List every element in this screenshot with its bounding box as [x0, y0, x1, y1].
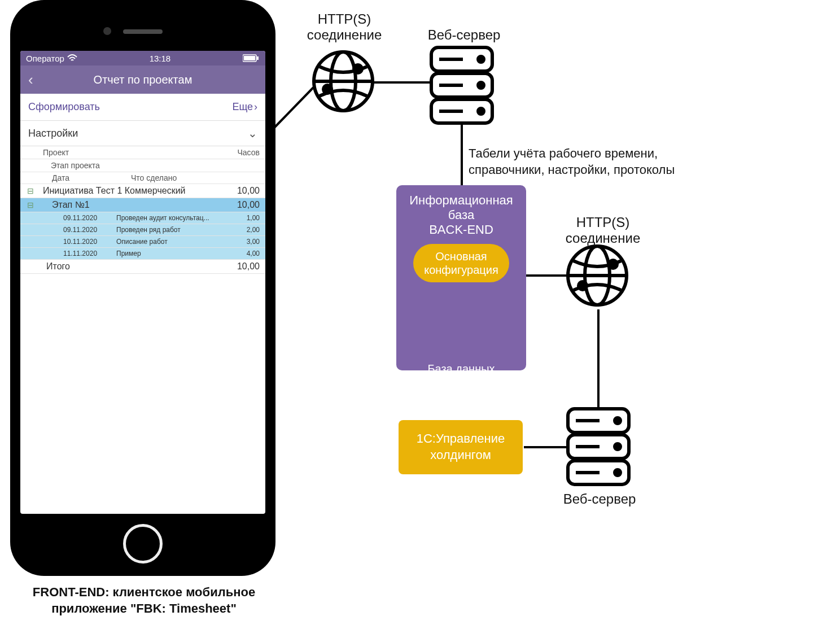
- svg-rect-27: [568, 435, 629, 458]
- svg-rect-36: [244, 56, 255, 60]
- table-row[interactable]: 09.11.2020Проведен ряд работ2,00: [20, 224, 265, 236]
- svg-point-21: [568, 246, 627, 305]
- back-icon[interactable]: ‹: [28, 71, 33, 89]
- table-row[interactable]: 10.11.2020Описание работ3,00: [20, 236, 265, 248]
- table-row[interactable]: ⊟ Этап №1 10,00: [20, 198, 265, 212]
- nav-header: ‹ Отчет по проектам: [20, 65, 265, 94]
- database-label: База данных: [402, 362, 520, 375]
- svg-point-10: [323, 85, 331, 93]
- phone-frame: Оператор 13:18 ‹ Отчет по проектам Сформ…: [10, 0, 275, 576]
- backend-title: Информационная база BACK-END: [402, 193, 520, 237]
- svg-point-6: [314, 52, 373, 111]
- http-label-right: HTTP(S) соединение: [558, 215, 648, 246]
- chevron-right-icon: ›: [254, 101, 257, 113]
- svg-rect-26: [568, 409, 629, 433]
- wifi-icon: [67, 54, 77, 62]
- svg-point-22: [585, 246, 610, 305]
- settings-row[interactable]: Настройки ⌄: [20, 121, 265, 146]
- frontend-caption: FRONT-END: клиентское мобильное приложен…: [11, 584, 277, 617]
- report-grid: Проект Часов Этап проекта Дата Что сдела…: [20, 146, 265, 274]
- carrier-label: Оператор: [26, 54, 64, 63]
- svg-rect-28: [568, 461, 629, 484]
- svg-line-0: [274, 88, 313, 128]
- globe-icon: [314, 52, 373, 111]
- more-button[interactable]: Еще›: [232, 101, 257, 113]
- backend-box: Информационная база BACK-END Основная ко…: [396, 185, 526, 370]
- http-label-top: HTTP(S) соединение: [299, 11, 390, 43]
- webserver-label-bottom: Веб-сервер: [560, 491, 639, 507]
- table-row[interactable]: 11.11.2020Пример4,00: [20, 248, 265, 260]
- phone-camera: [103, 27, 111, 35]
- svg-point-25: [579, 282, 587, 290]
- battery-icon: [243, 54, 260, 62]
- svg-point-29: [615, 418, 620, 423]
- svg-point-7: [331, 52, 356, 111]
- grid-header-3: Дата Что сделано: [20, 172, 265, 184]
- webserver-label-top: Веб-сервер: [425, 27, 504, 43]
- globe-icon: [568, 246, 627, 305]
- svg-rect-11: [431, 47, 492, 71]
- settings-label: Настройки: [28, 128, 78, 139]
- tree-collapse-icon[interactable]: ⊟: [20, 200, 41, 209]
- svg-point-15: [478, 82, 484, 88]
- chevron-down-icon: ⌄: [248, 126, 257, 140]
- svg-point-16: [478, 108, 484, 114]
- status-bar: Оператор 13:18: [20, 51, 265, 65]
- svg-point-9: [354, 65, 362, 73]
- svg-point-14: [478, 56, 484, 62]
- toolbar: Сформировать Еще›: [20, 94, 265, 121]
- svg-point-30: [615, 444, 620, 449]
- grid-header-2: Этап проекта: [20, 159, 265, 172]
- svg-point-24: [609, 260, 617, 268]
- table-row-total: Итого 10,00: [20, 260, 265, 274]
- flow-description: Табели учёта рабочего времени, справочни…: [469, 146, 711, 178]
- table-row[interactable]: 09.11.2020Проведен аудит консультац...1,…: [20, 212, 265, 224]
- svg-rect-12: [431, 73, 492, 97]
- server-icon: [568, 409, 629, 484]
- screen-title: Отчет по проектам: [94, 73, 193, 86]
- svg-rect-37: [257, 56, 259, 60]
- svg-rect-13: [431, 99, 492, 123]
- phone-speaker: [123, 29, 163, 34]
- server-icon: [431, 47, 492, 123]
- svg-point-31: [615, 470, 620, 475]
- clock-label: 13:18: [150, 54, 171, 63]
- grid-header-1: Проект Часов: [20, 146, 265, 159]
- backend-config-pill: Основная конфигурация: [413, 244, 509, 282]
- phone-screen: Оператор 13:18 ‹ Отчет по проектам Сформ…: [20, 51, 265, 514]
- generate-button[interactable]: Сформировать: [28, 101, 100, 113]
- table-row[interactable]: ⊟ Инициатива Тест 1 Коммерческий 10,00: [20, 184, 265, 198]
- phone-home-button[interactable]: [123, 524, 163, 564]
- uh-box: 1С:Управление холдингом: [399, 420, 523, 474]
- tree-collapse-icon[interactable]: ⊟: [20, 186, 41, 195]
